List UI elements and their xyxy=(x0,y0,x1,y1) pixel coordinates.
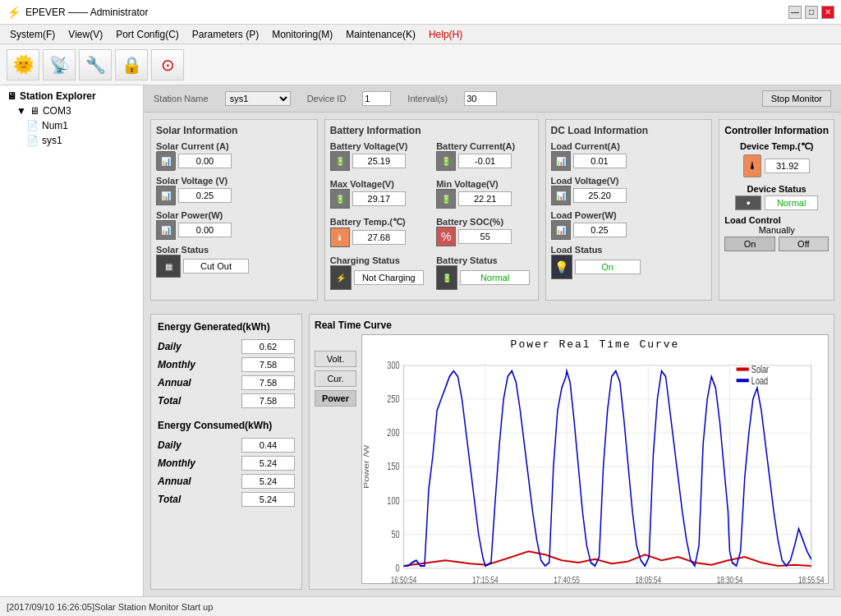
load-on-button[interactable]: On xyxy=(724,237,774,251)
battery-maxv-row: Max Voltage(V) 🔋 xyxy=(330,179,426,209)
energy-generated-title: Energy Generated(kWh) xyxy=(158,321,295,333)
energy-con-annual-value xyxy=(241,474,295,489)
window-controls: — □ ✕ xyxy=(788,6,834,19)
station-explorer-icon: 🖥 xyxy=(7,90,16,102)
solar-power-icon: 📊 xyxy=(156,220,176,240)
energy-con-daily-value xyxy=(241,438,295,453)
battery-maxv-value xyxy=(352,191,406,206)
volt-button[interactable]: Volt. xyxy=(315,351,356,367)
load-off-button[interactable]: Off xyxy=(779,237,829,251)
energy-con-daily-label: Daily xyxy=(158,439,182,451)
menu-bar: System(F) View(V) Port Config(C) Paramet… xyxy=(0,25,841,44)
toolbar-config-btn[interactable]: 🔧 xyxy=(79,49,112,80)
battery-temp-icon: 🌡 xyxy=(330,228,350,247)
menu-system[interactable]: System(F) xyxy=(3,27,62,42)
svg-rect-30 xyxy=(737,379,749,382)
close-button[interactable]: ✕ xyxy=(821,6,834,19)
content-area: Station Name sys1 Device ID Interval(s) … xyxy=(144,85,841,596)
sidebar-item-num1[interactable]: 📄 Num1 xyxy=(3,118,140,133)
svg-text:17:15:54: 17:15:54 xyxy=(472,574,499,584)
device-temp-label: Device Temp.(℃) xyxy=(724,141,829,152)
energy-gen-total-label: Total xyxy=(158,395,181,407)
station-name-select[interactable]: sys1 xyxy=(225,91,291,106)
power-chart: 300 250 200 150 100 50 0 Power /W xyxy=(362,354,828,584)
svg-text:Load: Load xyxy=(751,375,768,387)
solar-current-label: Solar Current (A) xyxy=(156,141,312,151)
dc-load-panel: DC Load Information Load Current(A) 📊 Lo… xyxy=(545,119,713,301)
energy-gen-total-row: Total xyxy=(158,393,295,408)
chart-title: Power Real Time Curve xyxy=(362,335,828,354)
toolbar-lock-btn[interactable]: 🔒 xyxy=(115,49,148,80)
device-status-label: Device Status xyxy=(724,184,829,194)
battery-status-row: Battery Status 🔋 xyxy=(436,255,532,290)
solar-current-icon: 📊 xyxy=(156,151,176,171)
energy-gen-total-value xyxy=(241,393,295,408)
solar-voltage-icon: 📊 xyxy=(156,186,176,205)
device-status-icon: ● xyxy=(735,195,761,210)
energy-con-monthly-row: Monthly xyxy=(158,456,295,471)
device-temp-section: Device Temp.(℃) 🌡 xyxy=(724,141,829,177)
device-id-label: Device ID xyxy=(307,94,347,103)
solar-panel-icon: ▦ xyxy=(156,255,181,278)
charging-icon: ⚡ xyxy=(330,265,352,290)
battery-status-value xyxy=(460,270,530,285)
battery-minv-icon: 🔋 xyxy=(436,189,456,209)
battery-volt-icon: 🔋 xyxy=(330,151,350,171)
app-title: EPEVER —— Administrator xyxy=(25,7,148,18)
svg-text:50: 50 xyxy=(391,528,399,540)
menu-port-config[interactable]: Port Config(C) xyxy=(109,27,186,42)
energy-con-total-label: Total xyxy=(158,494,181,505)
solar-current-value xyxy=(178,154,232,168)
menu-maintenance[interactable]: Maintenance(K) xyxy=(339,27,422,42)
battery-temp-value xyxy=(352,230,406,245)
energy-con-total-value xyxy=(241,492,295,507)
menu-view[interactable]: View(V) xyxy=(62,27,109,42)
load-status-value xyxy=(575,260,641,274)
toolbar-stop-btn[interactable]: ⊙ xyxy=(151,49,184,80)
energy-gen-monthly-label: Monthly xyxy=(158,359,195,370)
load-current-label: Load Current(A) xyxy=(551,141,707,151)
menu-monitoring[interactable]: Monitoring(M) xyxy=(265,27,339,42)
load-power-icon: 📊 xyxy=(551,220,571,240)
toolbar-solar-btn[interactable]: 🌞 xyxy=(7,49,39,80)
sidebar-item-sys1[interactable]: 📄 sys1 xyxy=(3,133,140,148)
energy-gen-daily-value xyxy=(241,339,295,354)
svg-text:100: 100 xyxy=(387,494,399,506)
load-current-row: Load Current(A) 📊 xyxy=(551,141,707,171)
toolbar-network-btn[interactable]: 📡 xyxy=(43,49,76,80)
battery-curr-icon: 🔋 xyxy=(436,151,456,171)
battery-panel: Battery Information Battery Voltage(V) 🔋… xyxy=(324,119,539,301)
sidebar-item-com3[interactable]: ▼ 🖥 COM3 xyxy=(3,103,140,118)
minimize-button[interactable]: — xyxy=(788,6,802,19)
cur-button[interactable]: Cur. xyxy=(315,370,356,387)
energy-gen-daily-row: Daily xyxy=(158,339,295,354)
solar-panel: Solar Information Solar Current (A) 📊 So… xyxy=(150,119,318,301)
charging-status-label: Charging Status xyxy=(330,255,426,265)
load-voltage-label: Load Voltage(V) xyxy=(551,176,707,186)
battery-voltage-label: Battery Voltage(V) xyxy=(330,141,426,151)
solar-power-value xyxy=(178,223,232,237)
battery-maxv-icon: 🔋 xyxy=(330,189,350,209)
svg-text:18:55:54: 18:55:54 xyxy=(798,574,825,584)
load-power-label: Load Power(W) xyxy=(551,210,707,220)
menu-parameters[interactable]: Parameters (P) xyxy=(186,27,265,42)
controller-title: Controller Information xyxy=(724,125,829,136)
svg-text:0: 0 xyxy=(396,563,400,574)
energy-con-total-row: Total xyxy=(158,492,295,507)
device-id-input[interactable] xyxy=(362,91,391,106)
solar-status-value xyxy=(183,259,249,274)
stop-monitor-button[interactable]: Stop Monitor xyxy=(762,90,831,107)
sidebar: 🖥 Station Explorer ▼ 🖥 COM3 📄 Num1 📄 sys… xyxy=(0,85,144,596)
solar-power-label: Solar Power(W) xyxy=(156,210,312,220)
maximize-button[interactable]: □ xyxy=(805,6,818,19)
title-bar: ⚡ EPEVER —— Administrator — □ ✕ xyxy=(0,0,841,25)
battery-soc-value xyxy=(458,229,512,244)
interval-input[interactable] xyxy=(464,91,497,106)
battery-voltage-value xyxy=(352,154,406,168)
battery-current-label: Battery Current(A) xyxy=(436,141,532,151)
menu-help[interactable]: Help(H) xyxy=(422,27,469,42)
curve-inner: Volt. Cur. Power Power Real Time Curve xyxy=(315,334,829,584)
battery-status-label: Battery Status xyxy=(436,255,532,265)
power-button[interactable]: Power xyxy=(315,390,356,407)
station-bar: Station Name sys1 Device ID Interval(s) … xyxy=(144,85,841,113)
